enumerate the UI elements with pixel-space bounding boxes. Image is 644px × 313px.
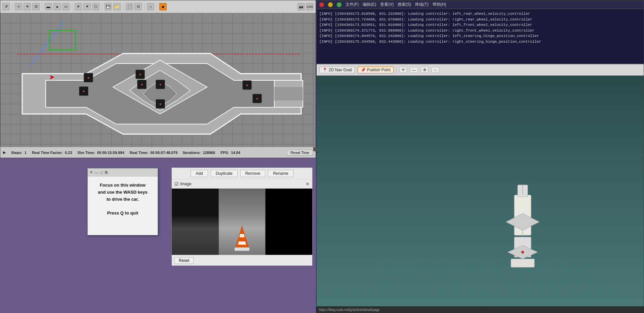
track-object-2: ● bbox=[79, 86, 88, 96]
toolbar-sep-3 bbox=[72, 3, 72, 10]
svg-rect-6 bbox=[511, 259, 534, 267]
toolbar-save-icon[interactable]: 💾 bbox=[105, 3, 112, 10]
toolbar-reset-icon[interactable]: ↺ bbox=[2, 3, 10, 10]
image-close-button[interactable]: ✕ bbox=[306, 181, 310, 187]
svg-marker-12 bbox=[238, 241, 246, 245]
camera-reset-button[interactable]: Reset bbox=[174, 257, 194, 264]
terminal-menu-help[interactable]: 帮助(H) bbox=[433, 2, 446, 7]
track-object-5: ● bbox=[156, 99, 165, 109]
rviz-tool-cross[interactable]: ✛ bbox=[399, 67, 407, 73]
tk-close-button[interactable]: ✕ bbox=[90, 170, 93, 174]
terminal-maximize-button[interactable] bbox=[337, 2, 341, 7]
terminal-window: 文件(F) 编辑(E) 查看(V) 搜索(S) 终端(T) 帮助(H) [INF… bbox=[316, 0, 644, 64]
terminal-titlebar: 文件(F) 编辑(E) 查看(V) 搜索(S) 终端(T) 帮助(H) bbox=[317, 0, 644, 9]
gazebo-resize-handle[interactable]: ⋱ bbox=[313, 147, 317, 151]
toolbar-magnet-icon[interactable]: ∩ bbox=[147, 3, 154, 10]
camera-image-middle bbox=[219, 189, 266, 255]
gazebo-statusbar: ▶ Steps: 1 Real Time Factor: 0.23 Sim Ti… bbox=[0, 147, 316, 158]
terminal-menu-terminal[interactable]: 终端(T) bbox=[415, 2, 428, 7]
toolbar-sep-5 bbox=[123, 3, 123, 10]
terminal-menu-search[interactable]: 搜索(S) bbox=[398, 2, 411, 7]
terminal-menu-view[interactable]: 查看(V) bbox=[380, 2, 394, 7]
toolbar-log-icon[interactable]: LOG bbox=[306, 3, 314, 10]
toolbar-sep-4 bbox=[102, 3, 102, 10]
toolbar-interact-icon[interactable]: ⛶ bbox=[126, 3, 133, 10]
rviz-tool-arrow[interactable]: → bbox=[431, 67, 440, 73]
tk-window: ✕ — □ tk Focus on this window and use th… bbox=[87, 168, 158, 235]
terminal-line-1: [INFO] [1594389173.010590, 831.222000]: … bbox=[319, 11, 641, 17]
rviz-toolbar-sep bbox=[396, 67, 397, 73]
status-play[interactable]: ▶ bbox=[3, 150, 6, 155]
svg-point-7 bbox=[521, 251, 524, 253]
camera-image-right bbox=[266, 189, 312, 255]
camera-panel: Add Duplicate Remove Rename ☑ Image ✕ bbox=[171, 167, 313, 257]
toolbar-sep-1 bbox=[12, 3, 12, 10]
tk-maximize-button[interactable]: □ bbox=[100, 170, 103, 174]
url-text: https://blog.csdn.net/jy/article/detail/… bbox=[319, 308, 380, 312]
toolbar-cube-icon[interactable]: ▬ bbox=[45, 3, 52, 10]
track-object-6: ● bbox=[137, 80, 147, 89]
nav-goal-label: 2D Nav Goal bbox=[329, 68, 352, 72]
image-checkbox-icon[interactable]: ☑ bbox=[174, 181, 179, 187]
camera-remove-button[interactable]: Remove bbox=[240, 170, 266, 177]
gazebo-viewport[interactable]: ➤ ● ● ● ● ● ● ● ● bbox=[0, 13, 316, 147]
camera-image-left bbox=[172, 189, 219, 255]
rviz-window: 📍 2D Nav Goal 📌 Publish Point ✛ — ⊕ → bbox=[316, 64, 644, 313]
toolbar-light-icon[interactable]: ✦ bbox=[83, 3, 91, 10]
toolbar-sep-2 bbox=[42, 3, 42, 10]
terminal-content[interactable]: [INFO] [1594389173.010590, 831.222000]: … bbox=[317, 9, 644, 64]
toolbar-camera-icon[interactable]: 📷 bbox=[297, 3, 305, 10]
publish-point-icon: 📌 bbox=[361, 68, 366, 72]
tk-line1: Focus on this window bbox=[93, 182, 152, 189]
status-realtime: Real Time: 00 00:07:48.079 bbox=[130, 151, 177, 155]
rviz-toolbar: 📍 2D Nav Goal 📌 Publish Point ✛ — ⊕ → bbox=[317, 64, 644, 76]
nav-goal-tool[interactable]: 📍 2D Nav Goal bbox=[319, 67, 355, 73]
track-map bbox=[19, 47, 305, 141]
reset-time-button[interactable]: Reset Time bbox=[287, 150, 313, 156]
svg-rect-13 bbox=[235, 247, 249, 251]
status-steps: Steps: 1 bbox=[11, 151, 27, 155]
terminal-close-button[interactable] bbox=[319, 2, 324, 7]
toolbar-scale-icon[interactable]: ⊡ bbox=[32, 3, 40, 10]
terminal-menu-file[interactable]: 文件(F) bbox=[346, 2, 359, 7]
toolbar-move-icon[interactable]: ✛ bbox=[24, 3, 31, 10]
image-label-bar: ☑ Image ✕ bbox=[172, 179, 312, 189]
camera-duplicate-button[interactable]: Duplicate bbox=[211, 170, 238, 177]
camera-rename-button[interactable]: Rename bbox=[268, 170, 293, 177]
track-object-4: ● bbox=[156, 80, 165, 89]
toolbar-sphere-icon[interactable]: ● bbox=[53, 3, 61, 10]
tk-line2: and use the WASD keys bbox=[93, 189, 152, 196]
terminal-line-2: [INFO] [1594389173.724698, 831.678000]: … bbox=[319, 17, 641, 23]
track-object-8: ● bbox=[252, 94, 262, 103]
tk-title-label: tk bbox=[105, 170, 108, 175]
camera-panel-toolbar: Add Duplicate Remove Rename bbox=[172, 168, 312, 179]
gazebo-toolbar: ↺ ⊹ ✛ ⊡ ▬ ● ▭ ☀ ✦ ⬡ 💾 📂 ⛶ ⊙ ∩ ■ 📷 LOG bbox=[0, 0, 316, 13]
rviz-3d-viewport[interactable] bbox=[317, 76, 644, 313]
svg-marker-11 bbox=[239, 234, 245, 237]
tk-minimize-button[interactable]: — bbox=[95, 170, 98, 174]
terminal-line-6: [INFO] [1594389175.344596, 832.443000]: … bbox=[319, 39, 641, 45]
toolbar-sep-7 bbox=[157, 3, 157, 10]
terminal-menu-edit[interactable]: 编辑(E) bbox=[363, 2, 376, 7]
toolbar-select-icon[interactable]: ⊹ bbox=[15, 3, 22, 10]
publish-point-tool[interactable]: 📌 Publish Point bbox=[358, 67, 394, 73]
camera-add-button[interactable]: Add bbox=[191, 170, 208, 177]
toolbar-sun-icon[interactable]: ☀ bbox=[75, 3, 82, 10]
publish-point-label: Publish Point bbox=[367, 68, 391, 72]
terminal-minimize-button[interactable] bbox=[328, 2, 333, 7]
camera-reset-bar: Reset bbox=[172, 255, 312, 266]
status-fps: FPS: 14.04 bbox=[220, 151, 240, 155]
status-iterations: Iterations: 128966 bbox=[183, 151, 215, 155]
status-simtime: Sim Time: 00 00:15:59.894 bbox=[78, 151, 124, 155]
toolbar-record-icon[interactable]: ■ bbox=[159, 3, 167, 10]
tk-titlebar: ✕ — □ tk bbox=[88, 168, 158, 177]
url-bar: https://blog.csdn.net/jy/article/detail/… bbox=[316, 306, 644, 313]
rviz-tool-globe[interactable]: ⊕ bbox=[421, 67, 429, 73]
toolbar-open-icon[interactable]: 📂 bbox=[113, 3, 121, 10]
rviz-tool-minus[interactable]: — bbox=[410, 67, 418, 73]
camera-images-container bbox=[172, 189, 312, 255]
toolbar-cylinder-icon[interactable]: ▭ bbox=[62, 3, 70, 10]
toolbar-paint-icon[interactable]: ⬡ bbox=[92, 3, 99, 10]
toolbar-rotate-icon[interactable]: ⊙ bbox=[134, 3, 142, 10]
tk-content: Focus on this window and use the WASD ke… bbox=[88, 177, 158, 222]
